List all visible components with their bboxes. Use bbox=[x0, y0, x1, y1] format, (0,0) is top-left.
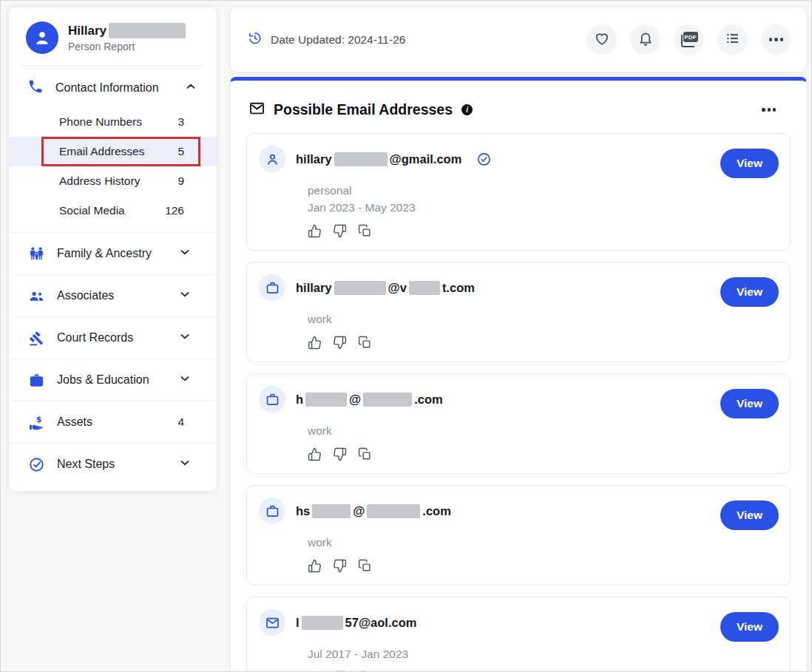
email-text-segment: hillary bbox=[296, 152, 332, 166]
thumbs-up-button[interactable] bbox=[308, 559, 322, 573]
email-address: hillary@gmail.com bbox=[296, 152, 461, 166]
email-type: work bbox=[308, 422, 778, 439]
thumbs-up-button[interactable] bbox=[308, 224, 322, 238]
thumbs-down-button[interactable] bbox=[333, 336, 347, 350]
email-list: hillary@gmail.com personal Jan 2023 - Ma… bbox=[231, 133, 806, 672]
sidebar-item-label: Jobs & Education bbox=[57, 373, 178, 387]
email-actions bbox=[308, 559, 778, 573]
email-address: h@.com bbox=[296, 393, 443, 407]
briefcase-icon bbox=[259, 386, 285, 413]
profile-header: Hillary Person Report bbox=[9, 7, 217, 65]
thumbs-up-button[interactable] bbox=[308, 336, 322, 350]
sidebar-item-label: Court Records bbox=[57, 331, 178, 345]
sidebar-item-family-ancestry[interactable]: Family & Ancestry bbox=[9, 232, 217, 274]
sub-item-label: Address History bbox=[59, 174, 140, 188]
section-more-icon[interactable] bbox=[762, 108, 776, 111]
more-options-button[interactable] bbox=[761, 24, 791, 55]
assets-icon: $ bbox=[27, 414, 45, 431]
sidebar-item-contact-information[interactable]: Contact Information bbox=[9, 66, 217, 107]
sidebar-item-social-media[interactable]: Social Media 126 bbox=[9, 196, 217, 225]
copy-button[interactable] bbox=[358, 447, 372, 461]
thumbs-down-button[interactable] bbox=[333, 224, 347, 238]
info-icon[interactable]: i bbox=[461, 104, 473, 115]
email-text-segment: @gmail.com bbox=[390, 152, 462, 166]
email-text-segment: t.com bbox=[442, 281, 475, 295]
email-card: hillary@gmail.com personal Jan 2023 - Ma… bbox=[246, 133, 791, 251]
phone-icon bbox=[27, 78, 44, 98]
redaction-box bbox=[367, 504, 420, 518]
email-address: l57@aol.com bbox=[296, 616, 416, 630]
view-button[interactable]: View bbox=[720, 612, 779, 642]
chevron-down-icon bbox=[178, 372, 192, 388]
thumbs-down-button[interactable] bbox=[333, 447, 347, 461]
email-card: l57@aol.com Jul 2017 - Jan 2023 View bbox=[246, 597, 791, 672]
view-button[interactable]: View bbox=[720, 389, 779, 418]
email-meta: work bbox=[308, 310, 778, 327]
gavel-icon bbox=[27, 330, 45, 347]
sidebar-item-jobs-education[interactable]: Jobs & Education bbox=[9, 359, 217, 401]
email-text-segment: l bbox=[296, 616, 300, 630]
sidebar-item-next-steps[interactable]: Next Steps bbox=[9, 443, 217, 485]
email-text-segment: @ bbox=[353, 504, 365, 518]
email-addresses-panel: Possible Email Addresses i hillary@gmail… bbox=[230, 77, 807, 672]
check-circle-icon bbox=[27, 456, 45, 473]
count-badge: 126 bbox=[165, 204, 184, 217]
count-badge: 5 bbox=[177, 145, 184, 158]
email-card: hillary@vt.com work View bbox=[246, 262, 791, 362]
sidebar-item-label: Next Steps bbox=[57, 458, 178, 471]
sidebar-item-associates[interactable]: Associates bbox=[9, 274, 217, 316]
copy-button[interactable] bbox=[358, 559, 372, 573]
view-button[interactable]: View bbox=[720, 277, 779, 307]
thumbs-up-button[interactable] bbox=[308, 447, 322, 461]
view-button[interactable]: View bbox=[720, 500, 779, 530]
briefcase-icon bbox=[27, 372, 45, 389]
list-icon bbox=[725, 30, 741, 49]
profile-text: Hillary Person Report bbox=[68, 23, 186, 52]
svg-text:$: $ bbox=[36, 414, 41, 423]
redaction-box bbox=[305, 393, 347, 407]
report-toolbar: Date Updated: 2024-11-26 PDF bbox=[230, 7, 807, 72]
sidebar-item-label: Family & Ancestry bbox=[57, 247, 178, 260]
view-button[interactable]: View bbox=[720, 149, 779, 178]
sidebar-item-label: Contact Information bbox=[55, 81, 184, 95]
redaction-box bbox=[312, 504, 351, 518]
chevron-down-icon bbox=[178, 330, 192, 346]
sidebar-item-address-history[interactable]: Address History 9 bbox=[9, 166, 217, 196]
chevron-down-icon bbox=[178, 288, 192, 304]
email-card: h@.com work View bbox=[246, 373, 791, 474]
favorite-button[interactable] bbox=[586, 24, 617, 55]
redaction-box bbox=[109, 23, 186, 38]
redaction-box bbox=[302, 616, 343, 630]
sidebar-item-phone-numbers[interactable]: Phone Numbers 3 bbox=[9, 107, 217, 137]
email-text-segment: .com bbox=[414, 393, 443, 407]
copy-button[interactable] bbox=[358, 224, 372, 238]
email-address: hillary@vt.com bbox=[296, 281, 475, 295]
copy-button[interactable] bbox=[358, 336, 372, 350]
email-text-segment: hs bbox=[296, 504, 310, 518]
sidebar-item-assets[interactable]: $ Assets 4 bbox=[9, 401, 217, 443]
pdf-icon: PDF bbox=[680, 32, 698, 47]
redaction-box bbox=[334, 152, 388, 166]
email-meta: Jul 2017 - Jan 2023 bbox=[308, 645, 778, 662]
email-date-range: Jul 2017 - Jan 2023 bbox=[308, 645, 778, 662]
notifications-button[interactable] bbox=[630, 24, 660, 55]
list-view-button[interactable] bbox=[717, 24, 748, 55]
report-sidebar: Hillary Person Report Contact Informatio… bbox=[8, 7, 217, 492]
email-date-range: Jan 2023 - May 2023 bbox=[308, 199, 778, 216]
person-avatar-icon bbox=[26, 21, 58, 54]
date-updated: Date Updated: 2024-11-26 bbox=[247, 30, 586, 49]
envelope-icon bbox=[248, 100, 265, 120]
email-card: hs@.com work View bbox=[246, 485, 791, 586]
email-meta: personal Jan 2023 - May 2023 bbox=[308, 182, 778, 216]
heart-icon bbox=[594, 30, 610, 49]
download-pdf-button[interactable]: PDF bbox=[674, 24, 704, 55]
email-address: hs@.com bbox=[296, 504, 451, 518]
thumbs-down-button[interactable] bbox=[333, 559, 347, 573]
sub-item-label: Social Media bbox=[59, 204, 125, 217]
more-icon bbox=[769, 38, 784, 41]
sidebar-item-court-records[interactable]: Court Records bbox=[9, 316, 217, 359]
family-icon bbox=[27, 245, 45, 262]
sidebar-item-email-addresses[interactable]: Email Addresses 5 bbox=[9, 137, 217, 166]
briefcase-icon bbox=[259, 498, 285, 524]
redaction-box bbox=[409, 281, 440, 295]
